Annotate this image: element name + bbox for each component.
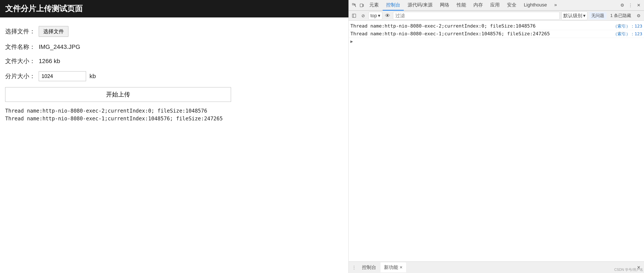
filesize-row: 文件大小： 1266 kb — [5, 57, 343, 65]
console-source-1[interactable]: （索引）：123 — [613, 23, 642, 29]
page-content: 选择文件： 选择文件 文件名称： IMG_2443.JPG 文件大小： 1266… — [0, 18, 348, 130]
log-line-1: Thread name:http-nio-8080-exec-2;current… — [5, 108, 343, 114]
filesize-label: 文件大小： — [5, 57, 35, 65]
page-title: 文件分片上传测试页面 — [0, 0, 348, 18]
filename-row: 文件名称： IMG_2443.JPG — [5, 43, 343, 51]
tab-elements[interactable]: 元素 — [366, 0, 382, 11]
log-output: Thread name:http-nio-8080-exec-2;current… — [5, 108, 343, 122]
tab-security[interactable]: 安全 — [504, 0, 520, 11]
tab-performance[interactable]: 性能 — [453, 0, 470, 11]
chunk-size-label: 分片大小： — [5, 72, 35, 80]
choose-file-button[interactable]: 选择文件 — [39, 26, 68, 37]
log-line-2: Thread name:http-nio-8080-exec-1;current… — [5, 116, 343, 122]
devtools-panel: 元素 控制台 源代码/来源 网络 性能 内存 应用 安全 Lighthouse … — [348, 0, 644, 273]
svg-rect-5 — [352, 14, 356, 18]
devtools-top-icons: ⚙ ⋮ ✕ — [618, 2, 642, 9]
bottom-tab-console[interactable]: 控制台 — [358, 262, 380, 272]
console-output: Thread name:http-nio-8080-exec-2;current… — [349, 21, 644, 261]
tab-memory[interactable]: 内存 — [470, 0, 486, 11]
select-file-row: 选择文件： 选择文件 — [5, 26, 343, 37]
devtools-bottom-bar: ⋮ 控制台 新功能 ✕ ✕ — [349, 261, 644, 273]
tab-application[interactable]: 应用 — [487, 0, 503, 11]
filename-value: IMG_2443.JPG — [39, 44, 80, 50]
console-log-text-2: Thread name:http-nio-8080-exec-1;current… — [350, 31, 550, 36]
tab-sources[interactable]: 源代码/来源 — [404, 0, 436, 11]
console-right-controls: 默认级别 ▾ 无问题 1 条已隐藏 ⚙ — [562, 12, 642, 20]
default-level-dropdown[interactable]: 默认级别 ▾ — [562, 12, 588, 20]
chunk-size-row: 分片大小： kb — [5, 71, 343, 81]
tab-lighthouse[interactable]: Lighthouse — [520, 1, 550, 10]
more-options-icon[interactable]: ⋮ — [627, 2, 634, 9]
bottom-tab-close-icon[interactable]: ✕ — [400, 265, 403, 270]
close-devtools-icon[interactable]: ✕ — [635, 2, 642, 9]
chunk-size-unit: kb — [90, 73, 96, 80]
expand-arrow-icon[interactable]: ▶ — [349, 38, 644, 45]
webpage-panel: 文件分片上传测试页面 选择文件： 选择文件 文件名称： IMG_2443.JPG… — [0, 0, 348, 273]
console-log-text-1: Thread name:http-nio-8080-exec-2;current… — [350, 23, 536, 29]
filename-label: 文件名称： — [5, 43, 35, 51]
block-icon[interactable]: ⊘ — [360, 12, 367, 19]
bottom-more-icon[interactable]: ⋮ — [350, 264, 358, 271]
upload-button[interactable]: 开始上传 — [5, 87, 231, 102]
svg-rect-0 — [352, 4, 354, 5]
chunk-size-input[interactable] — [39, 71, 86, 81]
filesize-value: 1266 kb — [39, 58, 60, 65]
console-source-2[interactable]: （索引）：123 — [613, 31, 642, 37]
console-entry-2: Thread name:http-nio-8080-exec-1;current… — [349, 30, 644, 38]
device-toolbar-icon[interactable] — [358, 2, 366, 9]
inspect-element-icon[interactable] — [350, 2, 358, 9]
watermark: CSDN 学号/用户名 — [614, 267, 643, 272]
sidebar-toggle-icon[interactable] — [350, 12, 358, 19]
tab-console[interactable]: 控制台 — [383, 0, 404, 11]
settings-icon[interactable]: ⚙ — [618, 2, 626, 9]
filter-input[interactable] — [393, 12, 560, 20]
devtools-tab-bar: 元素 控制台 源代码/来源 网络 性能 内存 应用 安全 Lighthouse … — [349, 0, 644, 11]
console-entry-1: Thread name:http-nio-8080-exec-2;current… — [349, 22, 644, 30]
bottom-tab-new-feature[interactable]: 新功能 ✕ — [380, 262, 406, 272]
no-issues-badge: 无问题 — [589, 12, 606, 19]
select-file-label: 选择文件： — [5, 27, 35, 36]
svg-rect-3 — [360, 4, 363, 7]
tab-network[interactable]: 网络 — [436, 0, 453, 11]
context-dropdown[interactable]: top ▾ — [368, 12, 382, 20]
tab-more[interactable]: » — [551, 1, 560, 10]
hidden-count: 1 条已隐藏 — [608, 12, 633, 19]
console-toolbar: ⊘ top ▾ 👁 默认级别 ▾ 无问题 1 条已隐藏 ⚙ — [349, 11, 644, 21]
console-settings-icon[interactable]: ⚙ — [635, 12, 642, 19]
eye-icon[interactable]: 👁 — [384, 12, 391, 19]
svg-rect-4 — [363, 4, 364, 7]
